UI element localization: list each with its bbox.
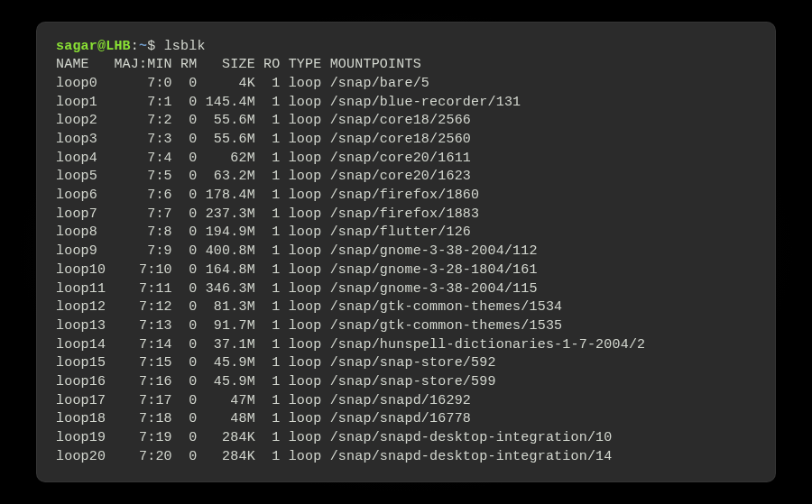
lsblk-row: loop12 7:12 0 81.3M 1 loop /snap/gtk-com… xyxy=(56,298,756,317)
prompt-path: ~ xyxy=(139,39,147,54)
lsblk-row: loop15 7:15 0 45.9M 1 loop /snap/snap-st… xyxy=(56,354,756,373)
lsblk-header: NAME MAJ:MIN RM SIZE RO TYPE MOUNTPOINTS xyxy=(56,56,756,75)
lsblk-output: loop0 7:0 0 4K 1 loop /snap/bare/5loop1 … xyxy=(56,75,756,466)
lsblk-row: loop8 7:8 0 194.9M 1 loop /snap/flutter/… xyxy=(56,224,756,243)
lsblk-row: loop0 7:0 0 4K 1 loop /snap/bare/5 xyxy=(56,75,756,94)
lsblk-row: loop19 7:19 0 284K 1 loop /snap/snapd-de… xyxy=(56,429,756,448)
prompt-dollar: $ xyxy=(147,39,163,54)
lsblk-row: loop4 7:4 0 62M 1 loop /snap/core20/1611 xyxy=(56,150,756,169)
lsblk-row: loop6 7:6 0 178.4M 1 loop /snap/firefox/… xyxy=(56,187,756,206)
lsblk-row: loop3 7:3 0 55.6M 1 loop /snap/core18/25… xyxy=(56,131,756,150)
prompt-user: sagar xyxy=(56,39,97,54)
lsblk-row: loop18 7:18 0 48M 1 loop /snap/snapd/167… xyxy=(56,410,756,429)
command-text: lsblk xyxy=(164,39,206,54)
lsblk-row: loop13 7:13 0 91.7M 1 loop /snap/gtk-com… xyxy=(56,317,756,336)
lsblk-row: loop7 7:7 0 237.3M 1 loop /snap/firefox/… xyxy=(56,206,756,225)
lsblk-row: loop16 7:16 0 45.9M 1 loop /snap/snap-st… xyxy=(56,373,756,392)
lsblk-row: loop5 7:5 0 63.2M 1 loop /snap/core20/16… xyxy=(56,168,756,187)
lsblk-row: loop11 7:11 0 346.3M 1 loop /snap/gnome-… xyxy=(56,280,756,299)
prompt-at: @ xyxy=(97,39,106,54)
lsblk-row: loop20 7:20 0 284K 1 loop /snap/snapd-de… xyxy=(56,448,756,467)
lsblk-row: loop17 7:17 0 47M 1 loop /snap/snapd/162… xyxy=(56,392,756,411)
prompt-colon: : xyxy=(131,39,139,54)
lsblk-row: loop14 7:14 0 37.1M 1 loop /snap/hunspel… xyxy=(56,336,756,355)
prompt-line: sagar@LHB:~$ lsblk xyxy=(56,38,756,57)
terminal-window[interactable]: sagar@LHB:~$ lsblk NAME MAJ:MIN RM SIZE … xyxy=(36,22,776,483)
lsblk-row: loop10 7:10 0 164.8M 1 loop /snap/gnome-… xyxy=(56,261,756,280)
lsblk-row: loop2 7:2 0 55.6M 1 loop /snap/core18/25… xyxy=(56,112,756,131)
lsblk-row: loop9 7:9 0 400.8M 1 loop /snap/gnome-3-… xyxy=(56,243,756,261)
lsblk-row: loop1 7:1 0 145.4M 1 loop /snap/blue-rec… xyxy=(56,94,756,113)
prompt-host: LHB xyxy=(106,39,131,54)
